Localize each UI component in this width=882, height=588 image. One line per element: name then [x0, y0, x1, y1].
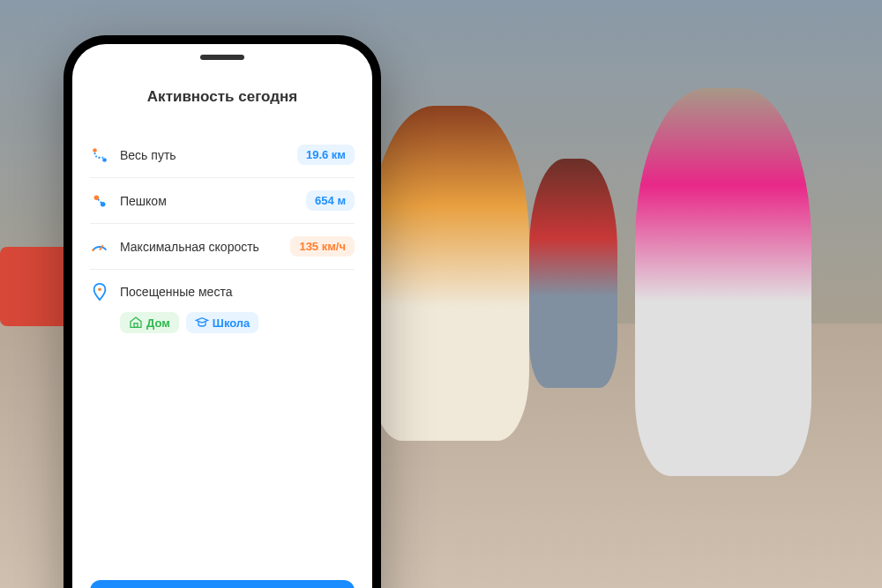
home-icon	[129, 316, 143, 330]
stat-label: Максимальная скорость	[120, 240, 280, 254]
stat-value: 19.6 км	[297, 145, 355, 165]
stat-row-walking[interactable]: Пешком 654 м	[90, 178, 355, 224]
close-button[interactable]: Закрыть	[90, 580, 355, 588]
school-icon	[195, 316, 209, 330]
svg-rect-6	[134, 324, 138, 328]
place-tag-label: Школа	[213, 316, 250, 330]
stat-value: 135 км/ч	[290, 236, 355, 257]
svg-point-0	[93, 148, 97, 153]
stat-row-max-speed[interactable]: Максимальная скорость 135 км/ч	[90, 224, 355, 270]
svg-point-4	[92, 249, 94, 251]
place-tag-school[interactable]: Школа	[186, 312, 259, 333]
place-tag-home[interactable]: Дом	[120, 312, 179, 333]
places-visited-section: Посещенные места Дом	[90, 270, 355, 346]
page-title: Активность сегодня	[90, 88, 355, 106]
phone-screen: Активность сегодня Весь путь 19.6 км	[72, 44, 372, 588]
activity-stats-list: Весь путь 19.6 км Пешком 654 м	[90, 132, 355, 580]
svg-point-5	[98, 287, 101, 291]
phone-notch	[200, 55, 244, 60]
place-tag-label: Дом	[146, 316, 170, 330]
stat-value: 654 м	[306, 190, 355, 211]
svg-point-1	[102, 158, 107, 162]
stat-label: Весь путь	[120, 148, 287, 162]
location-pin-icon	[90, 282, 109, 301]
stat-label: Пешком	[120, 194, 295, 208]
route-icon	[90, 145, 109, 165]
places-label: Посещенные места	[120, 285, 355, 299]
walk-icon	[90, 191, 109, 211]
speedometer-icon	[90, 237, 109, 257]
places-tags: Дом Школа	[90, 312, 258, 333]
stat-row-total-distance[interactable]: Весь путь 19.6 км	[90, 132, 355, 178]
phone-mockup-frame: Активность сегодня Весь путь 19.6 км	[64, 35, 381, 588]
